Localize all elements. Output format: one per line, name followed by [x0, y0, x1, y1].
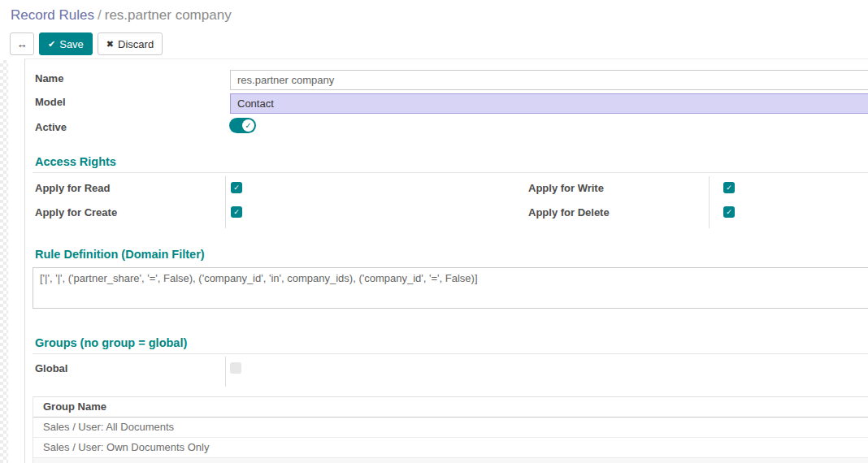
- apply-for-delete-label: Apply for Delete: [528, 206, 610, 219]
- apply-for-read-checkbox[interactable]: ✓: [231, 182, 242, 193]
- global-checkbox: [230, 362, 241, 374]
- access-rights-separator-line: [33, 172, 868, 173]
- group-row-sales-all-documents[interactable]: Sales / User: All Documents: [33, 418, 868, 438]
- toggle-check-icon: ✓: [242, 119, 254, 132]
- apply-for-delete-checkbox[interactable]: ✓: [723, 206, 735, 218]
- groups-section-title: Groups (no group = global): [35, 336, 187, 349]
- access-rights-section-title: Access Rights: [35, 155, 116, 168]
- name-field-label: Name: [35, 72, 63, 84]
- breadcrumb-record-rules-link[interactable]: Record Rules: [11, 7, 94, 23]
- save-button-label: Save: [59, 38, 84, 50]
- domain-filter-textarea[interactable]: ['|', '|', ('partner_share', '=', False)…: [33, 267, 868, 309]
- global-column-separator: [225, 357, 226, 387]
- apply-for-create-label: Apply for Create: [35, 206, 117, 219]
- discard-button-label: Discard: [118, 38, 154, 50]
- model-field-label: Model: [35, 96, 66, 108]
- apply-for-create-checkbox[interactable]: ✓: [231, 206, 242, 218]
- groups-table: Group Name Sales / User: All Documents S…: [33, 396, 868, 463]
- rule-definition-section-title: Rule Definition (Domain Filter): [35, 248, 205, 261]
- active-toggle[interactable]: ✓: [229, 118, 256, 133]
- name-input[interactable]: res.partner company: [230, 70, 868, 90]
- active-field-label: Active: [35, 121, 67, 133]
- page-background-strip: [0, 60, 8, 463]
- global-field-label: Global: [35, 362, 67, 374]
- breadcrumb-current: res.partner company: [105, 7, 232, 23]
- model-input[interactable]: Contact: [230, 93, 868, 114]
- right-column-separator: [709, 176, 710, 228]
- breadcrumb: Record Rules/res.partner company: [11, 7, 232, 24]
- record-rule-form-page: Record Rules/res.partner company ↔ ✔ Sav…: [0, 0, 868, 463]
- expand-view-button[interactable]: ↔: [10, 32, 34, 55]
- toolbar: ↔ ✔ Save ✖ Discard: [10, 32, 163, 55]
- breadcrumb-separator: /: [98, 7, 102, 23]
- groups-table-footer: [33, 458, 868, 463]
- close-icon: ✖: [106, 39, 114, 50]
- left-column-separator: [225, 176, 226, 228]
- check-icon: ✔: [48, 39, 55, 50]
- apply-for-write-label: Apply for Write: [528, 182, 604, 194]
- apply-for-read-label: Apply for Read: [35, 182, 110, 194]
- group-row-sales-own-documents[interactable]: Sales / User: Own Documents Only: [33, 438, 868, 458]
- discard-button[interactable]: ✖ Discard: [98, 32, 163, 55]
- apply-for-write-checkbox[interactable]: ✓: [723, 182, 735, 193]
- save-button[interactable]: ✔ Save: [39, 32, 93, 55]
- groups-separator-line: [33, 353, 868, 354]
- group-name-column-header[interactable]: Group Name: [33, 397, 868, 418]
- arrows-horizontal-icon: ↔: [17, 38, 28, 50]
